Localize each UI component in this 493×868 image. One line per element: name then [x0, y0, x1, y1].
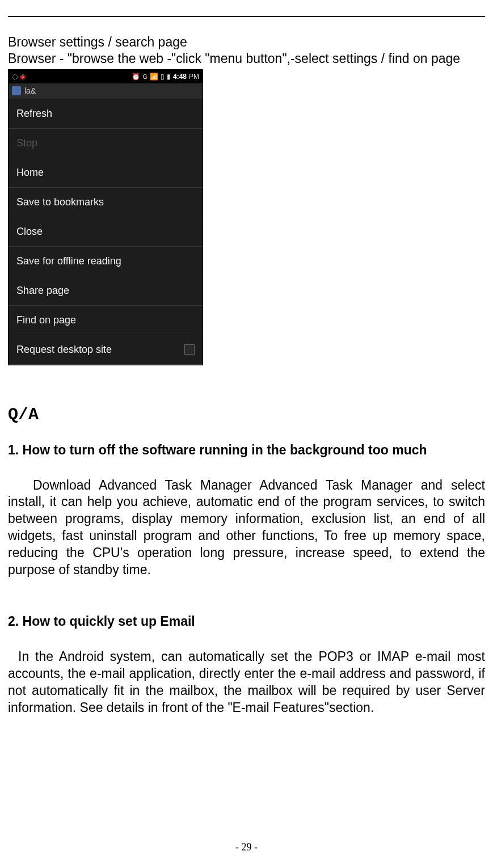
- menu-item-save-offline[interactable]: Save for offline reading: [9, 247, 203, 276]
- browser-menu: Refresh Stop Home Save to bookmarks Clos…: [9, 99, 203, 365]
- url-text: la&: [24, 86, 199, 95]
- menu-label: Save to bookmarks: [16, 196, 104, 208]
- q1-title: 1. How to turn off the software running …: [8, 443, 485, 458]
- status-right: ⏰ G 📶 ▯ ▮ 4:48 PM: [132, 73, 199, 81]
- intro-line-2: Browser - "browse the web -"click "menu …: [8, 50, 485, 67]
- menu-item-find-on-page[interactable]: Find on page: [9, 306, 203, 335]
- qa-heading: Q/A: [8, 405, 485, 424]
- q1-body: Download Advanced Task Manager Advanced …: [8, 477, 485, 579]
- status-left: ◌ ◉: [12, 73, 26, 81]
- intro-line-1: Browser settings / search page: [8, 34, 485, 50]
- menu-item-share-page[interactable]: Share page: [9, 276, 203, 306]
- status-bar: ◌ ◉ ⏰ G 📶 ▯ ▮ 4:48 PM: [9, 70, 203, 83]
- q2-title: 2. How to quickly set up Email: [8, 614, 485, 629]
- browser-url-bar[interactable]: la&: [9, 83, 203, 99]
- sim-icon: ▯: [161, 73, 165, 81]
- clock-time: 4:48: [173, 73, 187, 81]
- menu-label: Share page: [16, 285, 69, 297]
- alarm-icon: ⏰: [132, 73, 140, 81]
- signal-icon: 📶: [150, 73, 158, 81]
- desktop-site-checkbox[interactable]: [184, 344, 195, 355]
- menu-label: Request desktop site: [16, 344, 112, 356]
- menu-item-refresh[interactable]: Refresh: [9, 99, 203, 129]
- battery-icon: ▮: [167, 73, 171, 81]
- menu-item-request-desktop[interactable]: Request desktop site: [9, 335, 203, 365]
- clock-ampm: PM: [189, 73, 199, 81]
- menu-item-home[interactable]: Home: [9, 158, 203, 188]
- menu-item-close[interactable]: Close: [9, 217, 203, 247]
- embedded-screenshot: ◌ ◉ ⏰ G 📶 ▯ ▮ 4:48 PM la& Refresh Stop: [8, 69, 203, 365]
- menu-label: Refresh: [16, 108, 52, 120]
- chrome-icon: ◉: [20, 73, 26, 81]
- menu-item-save-bookmarks[interactable]: Save to bookmarks: [9, 188, 203, 217]
- intro-text: Browser settings / search page Browser -…: [8, 34, 485, 67]
- menu-label: Find on page: [16, 314, 76, 326]
- menu-label: Stop: [16, 137, 37, 149]
- menu-label: Close: [16, 226, 43, 238]
- site-icon: [12, 86, 21, 95]
- spinner-icon: ◌: [12, 73, 18, 81]
- page-number: - 29 -: [0, 841, 493, 853]
- menu-label: Save for offline reading: [16, 255, 121, 267]
- top-rule: [8, 16, 485, 17]
- q2-body: In the Android system, can automatically…: [8, 648, 485, 717]
- network-g-label: G: [142, 73, 148, 80]
- menu-item-stop: Stop: [9, 129, 203, 158]
- menu-label: Home: [16, 167, 44, 179]
